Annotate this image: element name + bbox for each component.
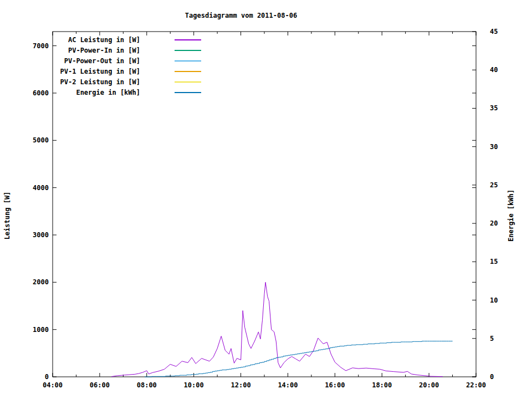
x-tick-label: 14:00 — [278, 381, 298, 389]
legend-item: AC Leistung in [W] — [53, 34, 201, 45]
legend-item-label: PV-Power-Out in [W] — [53, 57, 140, 65]
legend-item-label: PV-1 Leistung in [W] — [53, 68, 140, 75]
y2-tick-label: 15 — [490, 258, 498, 265]
y-tick-label: 2000 — [33, 278, 49, 286]
y2-tick-label: 30 — [490, 143, 498, 151]
legend-item: PV-2 Leistung in [W] — [53, 76, 201, 87]
legend-item-line — [175, 81, 201, 83]
x-tick-label: 10:00 — [184, 381, 204, 389]
legend-item: PV-Power-Out in [W] — [53, 55, 201, 66]
legend-item: PV-Power-In in [W] — [53, 45, 201, 55]
series-line-0 — [111, 282, 443, 376]
y-tick-label: 6000 — [33, 89, 49, 97]
y-tick-label: 7000 — [33, 42, 49, 50]
y-tick-label: 5000 — [33, 136, 49, 144]
y2-tick-label: 0 — [490, 373, 494, 381]
legend-item: PV-1 Leistung in [W] — [53, 66, 201, 76]
y2-tick-label: 10 — [490, 296, 498, 304]
y2-tick-label: 45 — [490, 28, 498, 35]
y-tick-label: 4000 — [33, 184, 49, 192]
legend-item-label: Energie in [kWh] — [53, 89, 140, 96]
legend-item-line — [175, 50, 201, 51]
y-tick-label: 1000 — [33, 326, 49, 334]
x-tick-label: 20:00 — [419, 381, 439, 389]
y2-tick-label: 40 — [490, 66, 498, 74]
y-tick-label: 3000 — [33, 231, 49, 239]
legend-item-line — [175, 71, 201, 72]
legend-item-label: PV-Power-In in [W] — [53, 47, 140, 54]
legend: AC Leistung in [W]PV-Power-In in [W]PV-P… — [53, 34, 201, 98]
legend-item-label: PV-2 Leistung in [W] — [53, 78, 140, 86]
y2-tick-label: 25 — [490, 181, 498, 189]
legend-item-line — [175, 60, 201, 62]
y2-tick-label: 5 — [490, 335, 494, 342]
legend-item-line — [175, 39, 201, 40]
x-tick-label: 04:00 — [43, 381, 63, 389]
legend-item-line — [175, 92, 201, 93]
x-tick-label: 12:00 — [231, 381, 250, 389]
x-tick-label: 18:00 — [372, 381, 392, 389]
x-tick-label: 22:00 — [466, 381, 486, 389]
x-tick-label: 06:00 — [90, 381, 110, 389]
chart-canvas: Tagesdiagramm vom 2011-08-06 Leistung [W… — [0, 0, 532, 399]
x-tick-label: 08:00 — [137, 381, 157, 389]
y-tick-label: 0 — [45, 373, 49, 381]
x-tick-label: 16:00 — [325, 381, 345, 389]
legend-item: Energie in [kWh] — [53, 87, 201, 98]
legend-item-label: AC Leistung in [W] — [53, 36, 140, 44]
y2-tick-label: 35 — [490, 104, 498, 112]
y2-tick-label: 20 — [490, 219, 498, 227]
